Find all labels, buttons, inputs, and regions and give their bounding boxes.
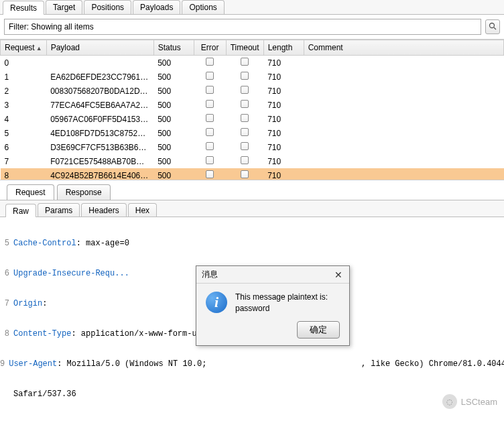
tab-options[interactable]: Options	[182, 0, 224, 14]
th-timeout[interactable]: Timeout	[226, 40, 263, 56]
error-checkbox[interactable]	[206, 114, 214, 122]
error-checkbox[interactable]	[206, 72, 214, 80]
tab-target[interactable]: Target	[46, 0, 82, 14]
error-checkbox[interactable]	[206, 100, 214, 108]
dialog-close-button[interactable]: ✕	[333, 269, 344, 280]
error-checkbox[interactable]	[206, 170, 214, 178]
timeout-checkbox[interactable]	[241, 86, 249, 94]
th-comment[interactable]: Comment	[304, 40, 503, 56]
close-icon: ✕	[334, 269, 342, 280]
tab-positions[interactable]: Positions	[84, 0, 131, 14]
results-table: Request▲ Payload Status Error Timeout Le…	[0, 40, 504, 180]
error-checkbox[interactable]	[206, 58, 214, 66]
error-checkbox[interactable]	[206, 128, 214, 136]
tab-results[interactable]: Results	[3, 1, 44, 15]
watermark: ◌ LSCteam	[442, 394, 497, 409]
tab-headers[interactable]: Headers	[81, 203, 126, 217]
svg-line-1	[494, 27, 496, 29]
tab-params[interactable]: Params	[38, 203, 80, 217]
tab-response[interactable]: Response	[57, 184, 111, 200]
th-length[interactable]: Length	[263, 40, 304, 56]
th-request[interactable]: Request▲	[1, 40, 47, 56]
timeout-checkbox[interactable]	[241, 156, 249, 164]
table-row[interactable]: 2008307568207B0DA12D0...500710	[1, 84, 504, 98]
sort-asc-icon: ▲	[36, 45, 42, 52]
table-row[interactable]: 377ECA64FC5EB6AA7A20...500710	[1, 98, 504, 112]
dialog-message-line1: This message plaintext is:	[235, 292, 328, 303]
mid-tabs: Request Response	[0, 180, 504, 200]
dialog-message-line2: password	[235, 303, 328, 314]
svg-point-0	[490, 23, 495, 27]
filter-input[interactable]	[4, 19, 481, 35]
tab-hex[interactable]: Hex	[128, 203, 157, 217]
filter-bar	[0, 15, 504, 40]
table-row[interactable]: 7F0721CE575488AB70BA5...500710	[1, 154, 504, 168]
timeout-checkbox[interactable]	[241, 72, 249, 80]
search-button[interactable]	[485, 19, 500, 34]
tab-payloads[interactable]: Payloads	[133, 0, 180, 14]
th-payload[interactable]: Payload	[46, 40, 153, 56]
timeout-checkbox[interactable]	[241, 142, 249, 150]
table-row[interactable]: 54ED108FD7D513C875260...500710	[1, 126, 504, 140]
timeout-checkbox[interactable]	[241, 128, 249, 136]
th-status[interactable]: Status	[153, 40, 194, 56]
table-row[interactable]: 405967AC06F0FF5D41536...500710	[1, 112, 504, 126]
raw-tabs: Raw Params Headers Hex	[0, 200, 504, 217]
table-row[interactable]: 0500710	[1, 56, 504, 70]
dialog-ok-button[interactable]: 确定	[297, 321, 340, 339]
tab-raw[interactable]: Raw	[5, 204, 36, 217]
table-row[interactable]: 1EA62D6EFDE23CC7961C...500710	[1, 70, 504, 84]
error-checkbox[interactable]	[206, 142, 214, 150]
error-checkbox[interactable]	[206, 86, 214, 94]
tab-request[interactable]: Request	[7, 184, 54, 200]
timeout-checkbox[interactable]	[241, 58, 249, 66]
th-error[interactable]: Error	[194, 40, 226, 56]
timeout-checkbox[interactable]	[241, 100, 249, 108]
table-row[interactable]: 84C924B52B7B6614E4066...500710	[1, 168, 504, 180]
wechat-icon: ◌	[442, 394, 457, 409]
table-row[interactable]: 6D3E69CF7CF513B63B67...500710	[1, 140, 504, 154]
timeout-checkbox[interactable]	[241, 170, 249, 178]
message-dialog: 消息 ✕ i This message plaintext is: passwo…	[196, 265, 350, 346]
dialog-title: 消息	[202, 269, 218, 280]
top-tabs: Results Target Positions Payloads Option…	[0, 0, 504, 15]
error-checkbox[interactable]	[206, 156, 214, 164]
timeout-checkbox[interactable]	[241, 114, 249, 122]
info-icon: i	[206, 292, 227, 313]
search-icon	[489, 22, 497, 32]
